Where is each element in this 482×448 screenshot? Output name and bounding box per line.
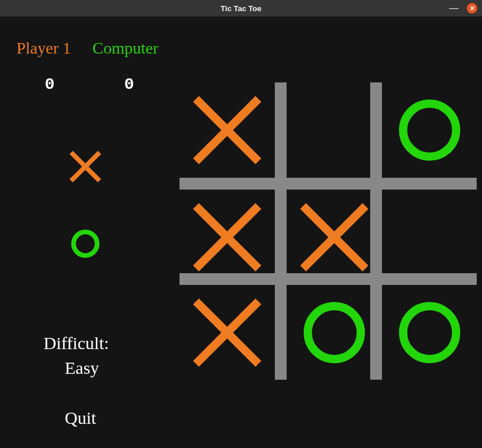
x-mark-icon: [189, 294, 265, 371]
cell-2-2[interactable]: [382, 285, 477, 380]
game-board: [179, 82, 477, 380]
x-mark-icon: [189, 92, 265, 168]
o-legend-icon: [69, 227, 102, 260]
window-titlebar: Tic Tac Toe — ✕: [0, 0, 482, 16]
grid-line-vertical-1: [275, 82, 287, 380]
svg-point-12: [308, 306, 361, 359]
computer-score: 0: [124, 75, 134, 94]
o-mark-icon: [394, 297, 465, 368]
window-controls: — ✕: [449, 3, 477, 14]
cell-0-2[interactable]: [382, 82, 477, 178]
cell-1-1[interactable]: [287, 190, 382, 285]
window-title: Tic Tac Toe: [0, 4, 482, 13]
o-mark-icon: [299, 297, 370, 368]
cell-1-0[interactable]: [179, 190, 275, 285]
cell-1-2[interactable]: [382, 190, 477, 285]
cell-0-1[interactable]: [287, 82, 382, 178]
x-mark-icon: [296, 199, 373, 276]
svg-point-13: [403, 306, 456, 359]
x-mark-icon: [189, 199, 265, 276]
quit-button[interactable]: Quit: [65, 408, 96, 428]
o-mark-icon: [394, 95, 465, 165]
grid-line-horizontal-1: [179, 178, 477, 190]
cell-2-1[interactable]: [287, 285, 382, 380]
player1-label: Player 1: [16, 39, 71, 58]
x-legend-icon: [68, 149, 103, 184]
svg-point-2: [74, 232, 97, 255]
game-area: Player 1 Computer 0 0 Difficult: Easy Qu…: [0, 16, 482, 448]
minimize-icon[interactable]: —: [449, 4, 458, 13]
svg-point-5: [403, 104, 456, 157]
cell-2-0[interactable]: [179, 285, 275, 380]
cell-0-0[interactable]: [179, 82, 275, 178]
close-icon[interactable]: ✕: [467, 3, 477, 14]
difficulty-value[interactable]: Easy: [65, 358, 99, 378]
computer-label: Computer: [92, 39, 158, 58]
player1-score: 0: [45, 75, 55, 94]
difficulty-label: Difficult:: [44, 333, 109, 353]
